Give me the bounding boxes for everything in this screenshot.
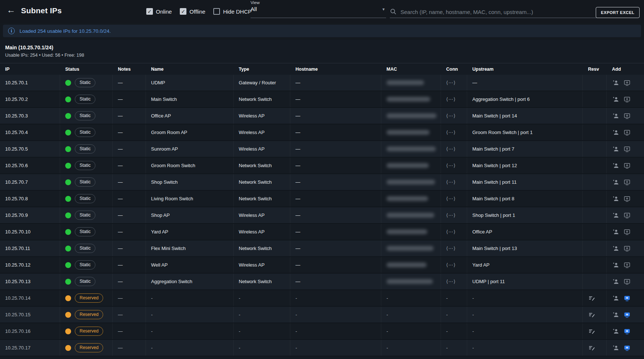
edit-note-icon[interactable]	[588, 344, 595, 352]
add-person-icon[interactable]	[612, 328, 619, 335]
ip-cell: 10.25.70.15	[0, 307, 60, 323]
conn-icon[interactable]: ⟨⋯⟩	[446, 80, 456, 85]
conn-icon[interactable]: ⟨⋯⟩	[446, 146, 456, 152]
conn-icon[interactable]: ⟨⋯⟩	[446, 246, 456, 251]
add-device-icon[interactable]	[623, 278, 631, 285]
add-device-icon[interactable]	[623, 195, 631, 203]
name-cell: Aggregation Switch	[146, 274, 234, 289]
add-device-icon[interactable]	[623, 295, 631, 302]
conn-icon[interactable]: ⟨⋯⟩	[446, 262, 456, 268]
hostname-cell: —	[290, 224, 381, 240]
name-cell: Well AP	[146, 257, 234, 273]
add-person-icon[interactable]	[612, 179, 619, 186]
type-cell: Network Switch	[234, 191, 290, 207]
conn-icon[interactable]: ⟨⋯⟩	[446, 229, 456, 235]
hostname-cell: -	[290, 340, 381, 356]
hostname-cell: —	[290, 91, 381, 107]
upstream-cell: -	[467, 290, 583, 306]
add-person-icon[interactable]	[612, 295, 619, 302]
search-input[interactable]	[400, 9, 597, 15]
conn-icon[interactable]: ⟨⋯⟩	[446, 130, 456, 135]
edit-note-icon[interactable]	[588, 328, 595, 335]
page-title: Subnet IPs	[21, 6, 62, 15]
add-device-icon[interactable]	[623, 145, 631, 153]
subnet-summary: Usable IPs: 254 • Used: 56 • Free: 198	[5, 53, 639, 58]
add-person-icon[interactable]	[612, 129, 619, 136]
status-dot	[65, 328, 71, 334]
online-checkbox[interactable]: ✓	[146, 8, 153, 15]
conn-icon[interactable]: ⟨⋯⟩	[446, 96, 456, 102]
add-person-icon[interactable]	[612, 112, 619, 120]
add-device-icon[interactable]	[623, 96, 631, 103]
notes-cell: —	[113, 158, 146, 173]
conn-cell: ⟨⋯⟩	[441, 141, 467, 157]
conn-icon[interactable]: ⟨⋯⟩	[446, 212, 456, 218]
conn-cell: ⟨⋯⟩	[441, 257, 467, 273]
hostname-cell: -	[290, 323, 381, 339]
add-device-icon[interactable]	[623, 311, 631, 318]
add-device-icon[interactable]	[623, 129, 631, 136]
conn-icon[interactable]: ⟨⋯⟩	[446, 163, 456, 168]
hide-dhcp-checkbox[interactable]: ✓	[213, 8, 220, 15]
add-device-icon[interactable]	[623, 79, 631, 87]
add-person-icon[interactable]	[612, 278, 619, 285]
add-person-icon[interactable]	[612, 145, 619, 153]
view-select[interactable]: View All ▾	[251, 0, 386, 18]
add-person-icon[interactable]	[612, 228, 619, 236]
notes-cell: —	[113, 240, 146, 256]
column-header-ip: IP	[0, 67, 60, 72]
status-badge: Static	[75, 277, 95, 286]
name-cell: -	[146, 307, 234, 323]
conn-icon[interactable]: ⟨⋯⟩	[446, 196, 456, 201]
add-device-icon[interactable]	[623, 179, 631, 186]
table-row: 10.25.70.9 Static — Shop AP Wireless AP …	[0, 207, 644, 224]
check-icon: ✓	[181, 9, 185, 14]
resv-cell	[583, 124, 607, 140]
add-person-icon[interactable]	[612, 245, 619, 252]
add-device-icon[interactable]	[623, 261, 631, 269]
notes-cell: —	[113, 108, 146, 124]
status-badge: Static	[75, 95, 95, 103]
name-cell: -	[146, 340, 234, 356]
view-label: View	[251, 0, 386, 5]
conn-cell: -	[441, 307, 467, 323]
type-cell: Network Switch	[234, 158, 290, 173]
export-excel-button[interactable]: EXPORT EXCEL	[596, 7, 640, 18]
add-person-icon[interactable]	[612, 79, 619, 87]
filter-online[interactable]: ✓ Online	[146, 8, 172, 15]
add-person-icon[interactable]	[612, 195, 619, 203]
add-device-icon[interactable]	[623, 344, 631, 352]
add-device-icon[interactable]	[623, 228, 631, 236]
info-banner: i Loaded 254 usable IPs for 10.25.70.0/2…	[3, 25, 641, 37]
add-device-icon[interactable]	[623, 328, 631, 335]
add-cell	[607, 240, 644, 256]
add-device-icon[interactable]	[623, 245, 631, 252]
filter-hide-dhcp[interactable]: ✓ Hide DHCP	[213, 8, 252, 15]
add-person-icon[interactable]	[612, 311, 619, 318]
status-dot	[65, 212, 71, 218]
add-device-icon[interactable]	[623, 162, 631, 169]
add-device-icon[interactable]	[623, 212, 631, 219]
upstream-cell: UDMP | port 11	[467, 274, 583, 289]
add-person-icon[interactable]	[612, 344, 619, 352]
conn-icon[interactable]: ⟨⋯⟩	[446, 179, 456, 185]
status-cell: Static	[60, 141, 113, 157]
add-person-icon[interactable]	[612, 96, 619, 103]
add-cell	[607, 323, 644, 339]
conn-icon[interactable]: ⟨⋯⟩	[446, 113, 456, 119]
back-icon[interactable]: ←	[7, 6, 15, 14]
mac-cell: -	[381, 307, 441, 323]
add-person-icon[interactable]	[612, 212, 619, 219]
conn-cell: -	[441, 340, 467, 356]
offline-checkbox[interactable]: ✓	[180, 8, 186, 15]
add-person-icon[interactable]	[612, 261, 619, 269]
status-cell: Static	[60, 124, 113, 140]
add-person-icon[interactable]	[612, 162, 619, 169]
conn-icon[interactable]: ⟨⋯⟩	[446, 279, 456, 284]
edit-note-icon[interactable]	[588, 311, 595, 318]
add-device-icon[interactable]	[623, 112, 631, 120]
add-cell	[607, 307, 644, 323]
filter-offline[interactable]: ✓ Offline	[180, 8, 205, 15]
edit-note-icon[interactable]	[588, 295, 595, 302]
type-cell: -	[234, 307, 290, 323]
